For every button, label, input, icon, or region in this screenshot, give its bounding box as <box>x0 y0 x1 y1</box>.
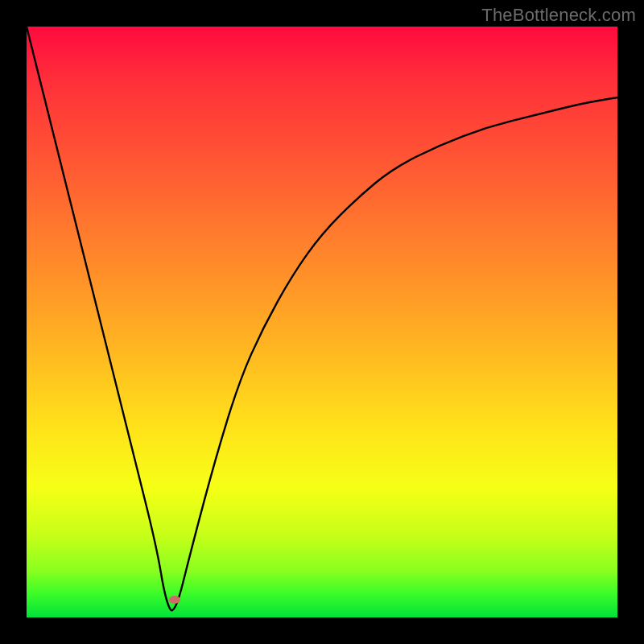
bottleneck-curve <box>27 27 617 617</box>
attribution-text: TheBottleneck.com <box>481 5 636 26</box>
plot-area <box>27 27 617 617</box>
chart-frame: TheBottleneck.com <box>0 0 644 644</box>
optimum-marker <box>169 596 180 604</box>
